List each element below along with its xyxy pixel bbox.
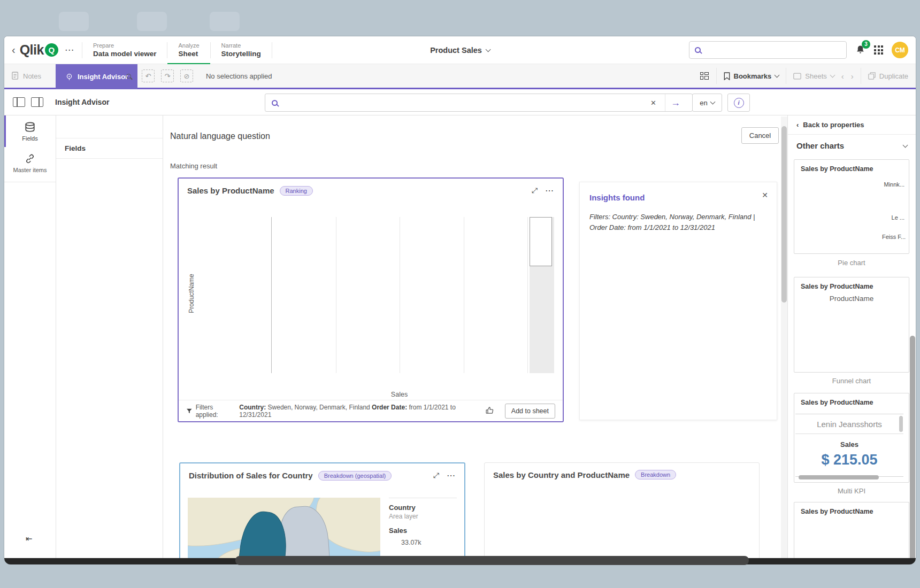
- filters-country-label: Country:: [239, 404, 266, 411]
- clear-glyph: ⊘: [184, 72, 190, 80]
- pie-chart-caption: Pie chart: [794, 259, 909, 267]
- toggle-left-panel-icon[interactable]: [13, 97, 25, 107]
- scroll-viewport[interactable]: [530, 217, 552, 266]
- funnel-dimension-label: ProductName: [794, 292, 909, 303]
- insight-advisor-title: Insight Advisor: [55, 98, 109, 106]
- search-input[interactable]: [705, 46, 841, 54]
- sales-by-productname-chart-card[interactable]: Sales by ProductName Ranking ⤢ ⋯ Product…: [178, 177, 564, 422]
- funnel-chart-suggestion-card[interactable]: Sales by ProductName ProductName: [794, 277, 909, 373]
- divider: [861, 68, 861, 84]
- toggle-right-panel-icon[interactable]: [31, 97, 43, 107]
- nav-tab-prepare[interactable]: Prepare Data model viewer: [82, 36, 167, 64]
- nav-eyebrow: Prepare: [93, 42, 157, 49]
- info-button[interactable]: [727, 94, 750, 112]
- step-back-icon[interactable]: ↶: [142, 69, 155, 82]
- duplicate-button[interactable]: Duplicate: [868, 72, 908, 80]
- notes-label: Notes: [23, 72, 41, 80]
- nav-eyebrow: Analyze: [178, 42, 199, 49]
- sheets-button[interactable]: Sheets: [793, 72, 834, 80]
- other-charts-section-header[interactable]: Other charts: [788, 135, 916, 156]
- notification-badge: 3: [862, 40, 870, 49]
- fields-section-header[interactable]: Fields: [56, 138, 163, 159]
- kpi-horizontal-scrollbar[interactable]: [799, 475, 879, 479]
- matching-result-label: Matching result: [170, 162, 217, 170]
- nl-question-input[interactable]: ✕ →: [265, 94, 693, 112]
- back-icon[interactable]: ‹: [12, 44, 16, 56]
- sidebar-item-fields[interactable]: Fields: [4, 115, 56, 147]
- app-launcher-icon[interactable]: [874, 45, 883, 55]
- page-title: Natural language question: [170, 131, 270, 141]
- back-to-properties-button[interactable]: ‹ Back to properties: [788, 115, 916, 135]
- funnel-chart-caption: Funnel chart: [794, 377, 909, 385]
- more-options-icon[interactable]: ⋯: [447, 470, 456, 481]
- bookmark-icon: [724, 72, 730, 80]
- pie-chart-suggestion-card[interactable]: Sales by ProductName 23.5% Minnk... Le .…: [794, 159, 909, 254]
- notes-icon: [12, 72, 19, 80]
- avatar[interactable]: CM: [892, 42, 908, 58]
- close-icon[interactable]: ✕: [762, 191, 768, 199]
- database-icon: [24, 122, 36, 133]
- pie-label: Le ...: [892, 214, 904, 221]
- nordics-map[interactable]: [188, 498, 380, 564]
- global-menu-icon[interactable]: ⋯: [65, 44, 74, 56]
- qlik-logo-mark: Q: [45, 43, 58, 57]
- panel-scrollbar-thumb[interactable]: [910, 336, 915, 564]
- card-title: Sales by ProductName: [794, 502, 909, 517]
- legend-dimension: Country: [389, 504, 457, 512]
- pie-label: Minnk...: [884, 181, 904, 188]
- chart-scroll-overview[interactable]: [530, 217, 554, 373]
- divider: [4, 182, 56, 182]
- info-icon: [734, 98, 744, 108]
- app-title-dropdown[interactable]: Product Sales: [430, 46, 490, 55]
- kpi-measure-label: Sales: [795, 440, 903, 448]
- sidebar-item-master-items[interactable]: Master items: [4, 147, 56, 179]
- other-charts-label: Other charts: [796, 141, 844, 150]
- gridlines: [271, 217, 527, 373]
- search-assets-field[interactable]: [56, 115, 163, 138]
- treemap-card-title: Sales by Country and ProductName: [493, 470, 630, 479]
- divider: [786, 68, 786, 84]
- sheet-layout-icon[interactable]: [700, 72, 709, 80]
- card-title: Sales by ProductName: [794, 160, 909, 175]
- collapse-panel-icon[interactable]: ⇤: [26, 534, 33, 544]
- horizontal-scrollbar[interactable]: [235, 556, 749, 565]
- more-options-icon[interactable]: ⋯: [545, 185, 554, 196]
- wordcloud-suggestion-card[interactable]: Sales by ProductName: [794, 502, 909, 564]
- app-title: Product Sales: [430, 46, 482, 55]
- bookmarks-button[interactable]: Bookmarks: [724, 72, 779, 80]
- submit-question-icon[interactable]: →: [665, 94, 686, 111]
- kpi-vertical-scrollbar[interactable]: [899, 416, 903, 432]
- expand-icon[interactable]: ⤢: [532, 186, 538, 195]
- main-scrollbar-thumb[interactable]: [781, 126, 787, 303]
- kpi-item-label: Lenin Jeansshorts: [795, 420, 903, 434]
- notifications-button[interactable]: 3: [855, 44, 865, 57]
- filters-country-value: Sweden, Norway, Denmark, Finland: [266, 404, 372, 411]
- chart-title: Sales by ProductName: [187, 186, 274, 195]
- insight-advisor-bar: Insight Advisor ✕ → en: [4, 89, 916, 115]
- bar-chart-plot: ProductName: [187, 217, 527, 373]
- add-to-sheet-button[interactable]: Add to sheet: [505, 404, 555, 419]
- duplicate-icon: [868, 72, 876, 80]
- insight-advisor-tab[interactable]: Insight Advisor: [56, 64, 137, 89]
- previous-sheet-icon[interactable]: ‹: [841, 72, 844, 81]
- cancel-button[interactable]: Cancel: [741, 127, 779, 144]
- breakdown-badge: Breakdown: [635, 470, 676, 479]
- next-sheet-icon[interactable]: ›: [851, 72, 854, 81]
- distribution-map-card[interactable]: Distribution of Sales for Country Breakd…: [179, 462, 465, 564]
- nav-label: Sheet: [178, 49, 199, 59]
- language-selector[interactable]: en: [692, 94, 722, 112]
- ask-insight-advisor-search[interactable]: [689, 41, 847, 59]
- chevron-down-icon: [903, 142, 908, 148]
- notes-button[interactable]: Notes: [12, 72, 41, 80]
- multi-kpi-suggestion-card[interactable]: Sales by ProductName Lenin Jeansshorts S…: [794, 393, 909, 483]
- step-forward-icon[interactable]: ↷: [161, 69, 174, 82]
- clear-question-icon[interactable]: ✕: [647, 99, 660, 107]
- expand-icon[interactable]: ⤢: [433, 471, 439, 480]
- qlik-logo[interactable]: Qlik: [20, 42, 44, 58]
- nav-tab-analyze[interactable]: Analyze Sheet: [167, 36, 210, 64]
- thumbs-up-icon[interactable]: [485, 406, 494, 415]
- treemap-card[interactable]: Sales by Country and ProductName Breakdo…: [484, 462, 760, 564]
- nav-tab-narrate[interactable]: Narrate Storytelling: [211, 36, 272, 64]
- clear-selections-icon[interactable]: ⊘: [180, 69, 193, 82]
- search-assets-input[interactable]: [65, 123, 154, 131]
